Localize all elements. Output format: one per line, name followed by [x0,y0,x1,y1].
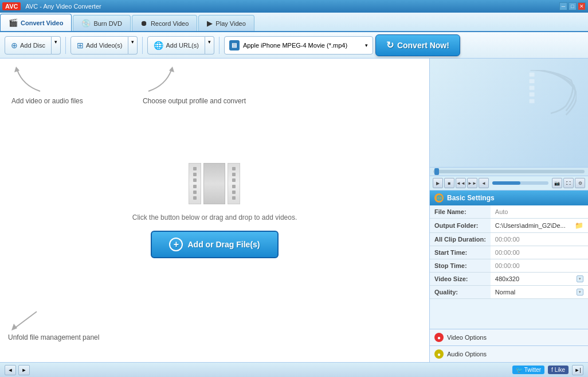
progress-bar[interactable] [433,170,585,173]
restore-btn[interactable]: □ [569,2,577,10]
settings-button[interactable]: ⚙ [575,178,585,188]
add-files-label: Add or Drag File(s) [187,240,260,249]
setting-label-video-size: Video Size: [430,273,491,286]
video-size-dropdown[interactable]: ▾ [577,275,583,282]
profile-icon: ▤ [229,40,240,50]
setting-row-quality: Quality: Normal ▾ [430,286,588,299]
arrow-tl-svg [11,65,46,94]
next-frame-button[interactable]: ►► [467,178,477,188]
audio-options-button[interactable]: ● Audio Options [430,345,588,362]
quality-value: Normal [495,289,575,296]
app-title: AVC - Any Video Converter [25,3,101,10]
fullscreen-button[interactable]: ⛶ [563,178,574,188]
setting-row-video-size: Video Size: 480x320 ▾ [430,273,588,286]
playback-controls: ▶ ■ ◄◄ ►► ◄ 📷 ⛶ ⚙ [430,176,588,191]
add-videos-dropdown[interactable]: ▾ [128,36,138,55]
separator-3 [219,37,219,54]
arrow-tr-svg [143,65,177,94]
twitter-label: Twitter [524,367,541,373]
add-url-dropdown[interactable]: ▾ [205,36,214,55]
tab-play-video[interactable]: ▶ Play Video [198,15,254,31]
add-files-button[interactable]: + Add or Drag File(s) [151,231,278,258]
tabs-bar: 🎬 Convert Video 💿 Burn DVD ⏺ Record Vide… [0,13,588,32]
click-hint: Click the button below or drag and drop … [132,213,297,221]
main-layout: Add video or audio files Choose output p… [0,59,588,362]
setting-label-filename: File Name: [430,205,491,219]
profile-select[interactable]: ▤ Apple iPhone MPEG-4 Movie (*.mp4) ▾ [224,36,373,55]
hint-bottom-container: Unfold file management panel [8,309,99,341]
right-panel: ▶ ■ ◄◄ ►► ◄ 📷 ⛶ ⚙ 🌐 Basic Settings File … [430,59,588,362]
settings-header-label: Basic Settings [447,194,495,202]
prev-frame-button[interactable]: ◄◄ [456,178,466,188]
tab-convert-video-label: Convert Video [21,20,63,26]
audio-options-icon: ● [434,349,444,359]
settings-globe-icon: 🌐 [434,193,444,203]
tab-record-video-label: Record Video [151,20,189,27]
add-disc-button[interactable]: ⊕ Add Disc [5,36,52,55]
quality-dropdown[interactable]: ▾ [577,289,583,296]
preview-area [430,59,588,168]
add-url-button[interactable]: 🌐 Add URL(s) [147,36,205,55]
svg-marker-2 [11,324,17,331]
setting-value-video-size[interactable]: 480x320 ▾ [491,273,588,286]
rewind-button[interactable]: ◄ [479,178,489,188]
center-content: Click the button below or drag and drop … [132,163,297,258]
screenshot-button[interactable]: 📷 [552,178,562,188]
refresh-icon: ↻ [386,40,394,50]
left-panel: Add video or audio files Choose output p… [0,59,430,362]
tab-burn-dvd[interactable]: 💿 Burn DVD [73,15,131,31]
setting-label-clip-duration: All Clip Duration: [430,233,491,246]
setting-value-output-folder[interactable]: C:\Users\admin_G2\De... 📁 [491,219,588,232]
separator-2 [142,37,143,54]
video-options-label: Video Options [447,334,487,341]
twitter-icon: 🐦 [516,367,523,373]
expand-button[interactable]: ►| [572,365,583,375]
facebook-button[interactable]: f Like [548,366,569,374]
close-btn[interactable]: ✕ [578,2,586,10]
tab-convert-video[interactable]: 🎬 Convert Video [0,14,72,31]
status-bar-left: ◄ ► [5,365,30,375]
film-reel-decoration [525,70,577,116]
settings-spacer [430,299,588,329]
add-videos-button[interactable]: ⊞ Add Video(s) [70,36,128,55]
add-disc-group: ⊕ Add Disc ▾ [5,36,61,55]
tab-record-video[interactable]: ⏺ Record Video [132,15,197,31]
arrow-bl-svg [8,309,42,332]
svg-marker-0 [14,67,19,72]
setting-value-quality[interactable]: Normal ▾ [491,286,588,299]
settings-header: 🌐 Basic Settings [430,191,588,205]
profile-dropdown-arrow: ▾ [365,42,368,48]
title-bar-left: AVC AVC - Any Video Converter [2,2,101,10]
nav-next-button[interactable]: ► [18,365,30,375]
folder-browse-icon[interactable]: 📁 [575,221,583,230]
setting-row-clip-duration: All Clip Duration: 00:00:00 [430,233,588,246]
video-size-value: 480x320 [495,275,575,282]
hint-top-right-container: Choose output profile and convert [143,65,246,105]
setting-row-start-time: Start Time: 00:00:00 [430,246,588,259]
add-disc-icon: ⊕ [11,41,18,50]
hint-bottom-label: Unfold file management panel [8,333,99,341]
stop-button[interactable]: ■ [444,178,454,188]
setting-value-filename: Auto [491,205,588,219]
twitter-button[interactable]: 🐦 Twitter [512,366,544,374]
tab-play-video-label: Play Video [215,20,245,27]
video-options-button[interactable]: ● Video Options [430,329,588,345]
hint-top-left-label: Add video or audio files [11,97,83,105]
film-strip-right [228,163,240,204]
status-bar: ◄ ► 🐦 Twitter f Like ►| [0,362,588,377]
progress-indicator [434,168,439,175]
setting-label-quality: Quality: [430,286,491,299]
volume-slider[interactable] [492,181,548,185]
play-button[interactable]: ▶ [433,178,443,188]
nav-prev-button[interactable]: ◄ [5,365,16,375]
setting-label-stop-time: Stop Time: [430,259,491,273]
minimize-btn[interactable]: ─ [559,2,567,10]
hint-top-left-container: Add video or audio files [11,65,83,105]
setting-row-filename: File Name: Auto [430,205,588,219]
convert-now-button[interactable]: ↻ Convert Now! [375,34,460,56]
setting-row-stop-time: Stop Time: 00:00:00 [430,259,588,273]
setting-value-start-time: 00:00:00 [491,246,588,259]
toolbar: ⊕ Add Disc ▾ ⊞ Add Video(s) ▾ 🌐 Add URL(… [0,32,588,59]
add-disc-dropdown[interactable]: ▾ [52,36,61,55]
audio-options-label: Audio Options [447,351,487,357]
